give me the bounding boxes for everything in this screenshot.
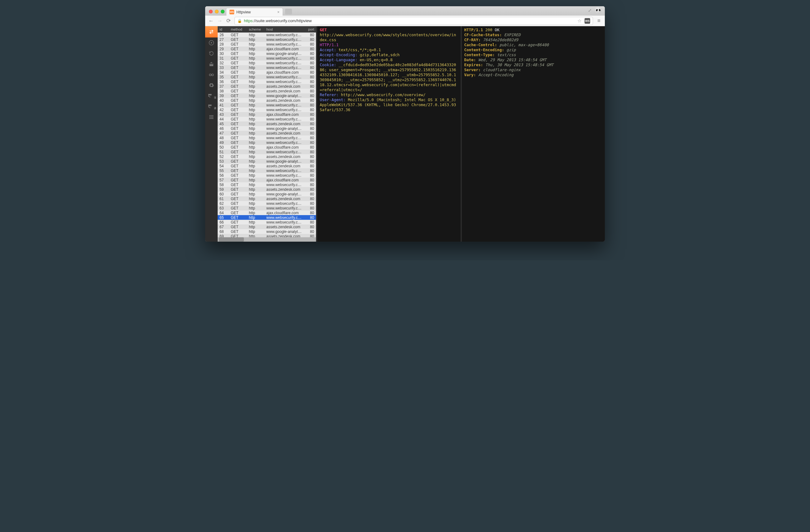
table-row[interactable]: 32GEThttpwww.websecurify.com80 (217, 61, 316, 65)
table-row[interactable]: 65GEThttpwww.websecurify.com80 (217, 215, 316, 220)
sidebar-settings-icon[interactable] (205, 80, 217, 91)
tab-close-icon[interactable]: × (277, 10, 279, 14)
forward-button[interactable]: → (217, 18, 223, 24)
table-row[interactable]: 59GEThttpassets.zendesk.com80 (217, 187, 316, 192)
table-row[interactable]: 60GEThttpwww.google-analytics.c...80 (217, 192, 316, 196)
sidebar-grid-icon[interactable] (205, 112, 217, 123)
avatar-icon[interactable] (595, 7, 602, 14)
table-row[interactable]: 45GEThttpassets.zendesk.com80 (217, 122, 316, 126)
table-row[interactable]: 64GEThttpajax.cloudflare.com80 (217, 210, 316, 215)
sidebar-paint1-icon[interactable]: 1 (205, 91, 217, 101)
horizontal-scrollbar[interactable] (217, 237, 316, 242)
table-row[interactable]: 53GEThttpwww.google-analytics.c...80 (217, 159, 316, 164)
response-pane: HTTP/1.1 200 OK CF-Cache-Status: EXPIRED… (460, 26, 605, 242)
svg-point-1 (209, 74, 211, 76)
table-row[interactable]: 40GEThttpassets.zendesk.com80 (217, 98, 316, 103)
table-header: id method scheme host port (217, 26, 316, 32)
table-row[interactable]: 55GEThttpwww.websecurify.com80 (217, 168, 316, 173)
table-row[interactable]: 46GEThttpwww.google-analytics.c...80 (217, 126, 316, 131)
table-row[interactable]: 54GEThttpassets.zendesk.com80 (217, 164, 316, 168)
table-row[interactable]: 36GEThttpwww.websecurify.com80 (217, 79, 316, 84)
extension-badge-icon[interactable]: WS (585, 18, 590, 24)
table-row[interactable]: 31GEThttpwww.websecurify.com80 (217, 56, 316, 61)
table-row[interactable]: 68GEThttpwww.google-analytics.c...80 (217, 229, 316, 234)
new-tab-button[interactable] (285, 9, 292, 14)
requests-table-pane: id method scheme host port 26GEThttpwww.… (217, 26, 316, 242)
table-row[interactable]: 35GEThttpwww.websecurify.com80 (217, 75, 316, 79)
browser-tab[interactable]: WS Httpview × (226, 8, 282, 16)
table-row[interactable]: 69GEThttpassets.zendesk.com80 (217, 234, 316, 237)
col-method-header[interactable]: method (229, 28, 247, 31)
tool-sidebar: 1 2 (205, 26, 217, 242)
bookmark-star-icon[interactable]: ☆ (577, 18, 581, 24)
table-row[interactable]: 39GEThttpwww.google-analytics.c...80 (217, 93, 316, 98)
sidebar-play-icon[interactable] (205, 37, 217, 48)
table-row[interactable]: 66GEThttpwww.websecurify.com80 (217, 220, 316, 225)
url-text: https://suite.websecurify.com/httpview (244, 18, 312, 23)
table-row[interactable]: 62GEThttpwww.websecurify.com80 (217, 201, 316, 206)
panes-container: id method scheme host port 26GEThttpwww.… (217, 26, 605, 242)
reload-button[interactable]: ⟳ (226, 17, 231, 24)
table-row[interactable]: 56GEThttpwww.websecurify.com80 (217, 173, 316, 178)
table-row[interactable]: 48GEThttpwww.websecurify.com80 (217, 135, 316, 140)
sidebar-paint2-icon[interactable]: 2 (205, 101, 217, 112)
table-row[interactable]: 33GEThttpwww.websecurify.com80 (217, 65, 316, 70)
browser-tab-strip: WS Httpview × ⤢ (205, 6, 605, 16)
table-row[interactable]: 51GEThttpwww.websecurify.com80 (217, 149, 316, 154)
table-row[interactable]: 30GEThttpwww.google-analytics.c...80 (217, 51, 316, 56)
browser-window: WS Httpview × ⤢ ← → ⟳ 🔒 https://suite.we… (205, 6, 605, 242)
window-close-button[interactable] (209, 10, 213, 13)
window-minimize-button[interactable] (215, 10, 218, 13)
table-row[interactable]: 63GEThttpwww.websecurify.com80 (217, 206, 316, 210)
scrollbar-thumb[interactable] (219, 237, 244, 242)
lock-icon: 🔒 (237, 19, 242, 23)
table-row[interactable]: 38GEThttpassets.zendesk.com80 (217, 88, 316, 93)
table-row[interactable]: 37GEThttpassets.zendesk.com80 (217, 84, 316, 88)
table-row[interactable]: 34GEThttpajax.cloudflare.com80 (217, 70, 316, 75)
sidebar-refresh-icon[interactable] (205, 48, 217, 59)
table-row[interactable]: 42GEThttpwww.websecurify.com80 (217, 108, 316, 112)
table-body: 26GEThttpwww.websecurify.com8027GEThttpw… (217, 32, 316, 237)
window-controls (208, 10, 226, 16)
sidebar-gift-icon[interactable] (205, 59, 217, 69)
col-id-header[interactable]: id (217, 28, 229, 31)
table-row[interactable]: 49GEThttpwww.websecurify.com80 (217, 140, 316, 145)
table-row[interactable]: 41GEThttpwww.websecurify.com80 (217, 103, 316, 108)
httpview-app: 1 2 id method scheme host port 26GEThttp… (205, 26, 605, 242)
back-button[interactable]: ← (208, 18, 214, 24)
table-row[interactable]: 47GEThttpassets.zendesk.com80 (217, 131, 316, 135)
tab-title: Httpview (237, 10, 251, 14)
col-port-header[interactable]: port (304, 28, 316, 31)
browser-toolbar: ← → ⟳ 🔒 https://suite.websecurify.com/ht… (205, 16, 605, 26)
window-zoom-button[interactable] (221, 10, 225, 13)
table-row[interactable]: 29GEThttpajax.cloudflare.com80 (217, 47, 316, 51)
table-row[interactable]: 44GEThttpwww.websecurify.com80 (217, 117, 316, 122)
table-row[interactable]: 58GEThttpwww.websecurify.com80 (217, 182, 316, 187)
table-row[interactable]: 27GEThttpwww.websecurify.com80 (217, 37, 316, 42)
table-row[interactable]: 28GEThttpwww.websecurify.com80 (217, 42, 316, 47)
sidebar-proxy-icon[interactable] (205, 26, 217, 37)
sidebar-glasses-icon[interactable] (205, 69, 217, 80)
fullscreen-icon[interactable]: ⤢ (588, 8, 592, 13)
table-row[interactable]: 61GEThttpassets.zendesk.com80 (217, 196, 316, 201)
col-host-header[interactable]: host (264, 28, 304, 31)
col-scheme-header[interactable]: scheme (247, 28, 264, 31)
table-row[interactable]: 57GEThttpajax.cloudflare.com80 (217, 178, 316, 182)
table-row[interactable]: 43GEThttpajax.cloudflare.com80 (217, 112, 316, 117)
table-row[interactable]: 50GEThttpajax.cloudflare.com80 (217, 145, 316, 149)
table-row[interactable]: 26GEThttpwww.websecurify.com80 (217, 32, 316, 37)
request-pane: GET http://www.websecurify.com/www/style… (316, 26, 460, 242)
table-row[interactable]: 52GEThttpassets.zendesk.com80 (217, 154, 316, 159)
table-row[interactable]: 67GEThttpassets.zendesk.com80 (217, 225, 316, 229)
menu-button[interactable]: ≡ (596, 18, 602, 24)
svg-point-2 (212, 74, 214, 76)
tab-favicon-icon: WS (229, 10, 234, 14)
address-bar[interactable]: 🔒 https://suite.websecurify.com/httpview… (234, 17, 593, 25)
